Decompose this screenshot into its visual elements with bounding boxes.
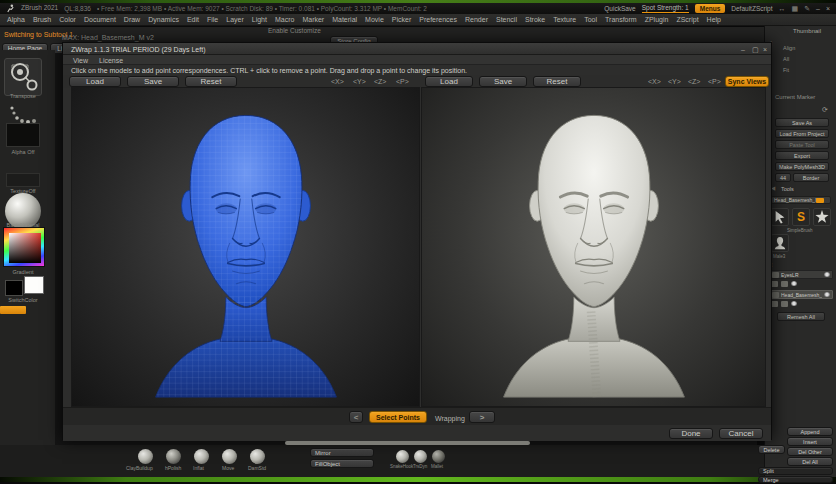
current-marker-label[interactable]: Current Marker [775,94,815,100]
insert-button[interactable]: Insert [787,437,833,446]
subtool-item-head[interactable]: Head_Basemesh_M.v2 [769,290,833,299]
eye-mini-icon[interactable] [791,281,797,286]
left-save-button[interactable]: Save [127,76,179,87]
fill-object-button[interactable]: FillObject [310,459,374,468]
right-save-button[interactable]: Save [479,76,527,87]
blue-head-model[interactable] [140,100,352,400]
active-tool-slider[interactable]: Head_Basemesh_M [771,196,831,204]
zwrap-maximize-icon[interactable]: ▢ [752,46,759,53]
tool-thumb-polymesh3d[interactable] [813,208,831,226]
left-load-button[interactable]: Load [69,76,121,87]
spot-strength[interactable]: Spot Strength: 1 [642,4,689,13]
color-picker-inner[interactable] [9,233,41,263]
panel-item-fit[interactable]: Fit [783,67,789,73]
right-axis-z-button[interactable]: <Z> [688,78,700,85]
brush-trsdyn[interactable] [414,450,427,463]
menu-document[interactable]: Document [81,16,119,23]
panel-item-all[interactable]: All [783,56,789,62]
menu-dynamics[interactable]: Dynamics [145,16,182,23]
menu-edit[interactable]: Edit [184,16,202,23]
menu-alpha[interactable]: Alpha [4,16,28,23]
pen-icon[interactable]: ✎ [804,5,810,12]
brush-inflat[interactable] [194,449,209,464]
zwrap-menu-license[interactable]: License [99,57,123,64]
export-button[interactable]: Export [775,151,829,160]
menu-macro[interactable]: Macro [272,16,297,23]
menu-material[interactable]: Material [329,16,360,23]
mirror-button[interactable]: Mirror [310,448,374,457]
menu-brush[interactable]: Brush [30,16,54,23]
enable-customize-label[interactable]: Enable Customize [268,28,321,35]
app-close-icon[interactable]: × [826,5,830,12]
menu-stencil[interactable]: Stencil [493,16,520,23]
sync-views-button[interactable]: Sync Views [725,76,769,87]
paint-icon[interactable] [771,301,778,307]
menu-render[interactable]: Render [462,16,491,23]
panel-item-align[interactable]: Align [783,45,795,51]
left-axis-p-button[interactable]: <P> [396,78,409,85]
alpha-selector[interactable] [6,123,40,147]
zwrap-titlebar[interactable]: ZWrap 1.1.3 TRIAL PERIOD (29 Days Left) … [63,43,771,55]
left-viewport[interactable] [71,87,420,407]
left-axis-y-button[interactable]: <Y> [353,78,366,85]
right-axis-p-button[interactable]: <P> [708,78,721,85]
right-axis-y-button[interactable]: <Y> [668,78,681,85]
merge-section[interactable]: Merge [758,476,833,483]
brush-snakehook[interactable] [396,450,409,463]
thumbnail-label[interactable]: Thumbnail [793,28,821,34]
del-other-button[interactable]: Del Other [787,447,833,456]
eye-mini-icon[interactable] [791,301,797,306]
left-axis-z-button[interactable]: <Z> [374,78,386,85]
paste-tool-button[interactable]: Paste Tool [775,140,829,149]
menu-tool[interactable]: Tool [581,16,600,23]
menu-texture[interactable]: Texture [550,16,579,23]
next-stage-button[interactable]: > [469,411,495,423]
texture-selector[interactable] [6,173,40,187]
visibility-eye-icon[interactable] [824,272,830,277]
append-button[interactable]: Append [787,427,833,436]
menu-draw[interactable]: Draw [121,16,143,23]
select-points-stage-button[interactable]: Select Points [369,411,427,423]
menu-file[interactable]: File [204,16,221,23]
tool-thumb-male[interactable] [771,234,789,252]
make-polymesh3d-button[interactable]: Make PolyMesh3D [775,162,829,171]
brush-claybuildup[interactable] [138,449,153,464]
color-picker[interactable] [3,227,45,267]
right-viewport[interactable] [421,87,766,407]
primary-color-swatch[interactable] [24,276,44,294]
menu-marker[interactable]: Marker [299,16,327,23]
left-axis-x-button[interactable]: <X> [331,78,344,85]
secondary-color-swatch[interactable] [5,280,23,296]
menu-picker[interactable]: Picker [389,16,414,23]
tool-thumb-select[interactable] [771,208,789,226]
menu-movie[interactable]: Movie [362,16,387,23]
menu-help[interactable]: Help [704,16,724,23]
quicksave-button[interactable]: QuickSave [604,5,635,12]
del-all-button[interactable]: Del All [787,457,833,466]
menu-zplugin[interactable]: ZPlugin [642,16,672,23]
delete-button[interactable]: Delete [758,445,785,454]
left-reset-button[interactable]: Reset [185,76,237,87]
paint-icon[interactable] [771,281,778,287]
menu-stroke[interactable]: Stroke [522,16,548,23]
canvas-scrollbar[interactable] [285,441,530,445]
slider-thumb[interactable] [816,198,824,203]
brush-hpolish[interactable] [166,449,181,464]
subtool-item-eyes[interactable]: EyesLR [769,270,833,279]
menu-light[interactable]: Light [249,16,270,23]
menu-color[interactable]: Color [56,16,79,23]
menu-layer[interactable]: Layer [223,16,247,23]
arrows-icon[interactable]: ↔ [779,5,786,12]
right-reset-button[interactable]: Reset [533,76,581,87]
visibility-eye-icon[interactable] [824,292,830,297]
zwrap-close-icon[interactable]: × [763,46,767,53]
prev-stage-button[interactable]: < [349,411,363,423]
tool-tab-label[interactable]: MAX: Head_Basemesh_M v2 [62,34,154,41]
zwrap-minimize-icon[interactable]: – [741,46,745,53]
split-section[interactable]: Split [758,467,833,475]
menu-preferences[interactable]: Preferences [416,16,460,23]
current-brush-thumb[interactable] [4,58,42,96]
active-tool-orange-strip[interactable] [0,306,26,314]
menus-button[interactable]: Menus [695,4,726,13]
done-button[interactable]: Done [669,428,713,439]
